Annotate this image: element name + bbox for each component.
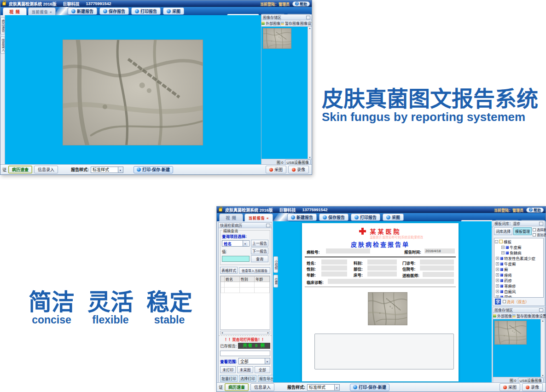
quick-case-search-button[interactable]: 病历速查 <box>225 383 249 391</box>
report-field-box[interactable] <box>321 265 347 271</box>
table-row[interactable] <box>221 288 270 293</box>
external-image-button[interactable]: 外部图像 <box>493 313 512 319</box>
horizontal-scrollbar[interactable] <box>220 331 270 334</box>
temp-image-button[interactable]: 暂存图像 <box>512 313 532 319</box>
tree-item[interactable]: 药疹 <box>495 277 543 283</box>
expand-icon[interactable] <box>496 279 499 282</box>
dropdown-arrow-icon[interactable] <box>243 241 248 246</box>
report-field-box[interactable] <box>420 265 454 271</box>
report-style-select[interactable]: 标准样式 <box>91 167 123 173</box>
report-field-box[interactable] <box>420 259 454 265</box>
table-row[interactable] <box>221 282 270 288</box>
import-to-report-button[interactable]: 信息导入当前报告 <box>239 267 270 274</box>
report-field-box[interactable] <box>321 259 347 265</box>
scrollbar[interactable] <box>308 27 312 159</box>
panel-collapse-icon[interactable] <box>306 16 310 19</box>
capture-button[interactable]: 采图 <box>163 7 184 15</box>
expand-icon[interactable] <box>496 262 499 265</box>
quick-case-search-button[interactable]: 病历速查 <box>8 166 32 173</box>
side-tab-position[interactable]: 位置 <box>273 275 278 288</box>
report-embedded-image[interactable] <box>368 292 407 325</box>
dropdown-arrow-icon[interactable] <box>118 167 123 173</box>
tree-item[interactable]: 荨麻疹 <box>495 283 543 288</box>
record-video-button[interactable]: 录像 <box>288 166 309 173</box>
filter-all-button[interactable]: 全部 <box>255 366 270 373</box>
external-image-button[interactable]: 外部图像 <box>261 20 281 26</box>
panel-collapse-icon[interactable] <box>539 222 543 225</box>
tree-item[interactable]: 牛皮癣 <box>495 244 543 250</box>
tree-item[interactable]: 痤疮 <box>495 272 543 277</box>
side-tab-info-entry[interactable]: 信息录入 <box>0 36 5 54</box>
select-print-button[interactable]: 选择打印 <box>239 375 256 382</box>
stored-image-thumbnail[interactable] <box>263 28 291 49</box>
side-tab-quick-search[interactable]: 病历速查 <box>0 17 5 35</box>
view-scope-select[interactable]: 全部 <box>238 358 270 364</box>
tree-item[interactable]: 湿疹 <box>495 294 543 298</box>
panel-collapse-icon[interactable] <box>539 308 543 312</box>
report-time-box[interactable]: 2016/4/18 <box>424 248 455 254</box>
report-field-box[interactable] <box>367 265 397 271</box>
append-insert-checkbox[interactable]: 追加选入 <box>533 232 546 237</box>
image-settings-button[interactable]: 图像设置 <box>532 313 546 319</box>
info-entry-button[interactable]: 信息录入 <box>250 383 274 391</box>
tree-root[interactable]: 模板 <box>495 239 543 244</box>
tab-current-report[interactable]: 当前报告 « <box>244 213 273 221</box>
tree-item[interactable]: 特发性色素减少症 <box>495 255 543 261</box>
tree-item[interactable]: 牛皮癣 <box>495 261 543 266</box>
save-report-button[interactable]: 保存报告 <box>99 7 129 15</box>
query-field-select[interactable]: 姓名 <box>222 240 250 247</box>
print-report-button[interactable]: 打印报告 <box>131 7 161 15</box>
print-report-button[interactable]: 打印报告 <box>351 213 380 221</box>
selector-checkbox[interactable]: 选择器 <box>533 227 546 232</box>
report-field-box[interactable] <box>328 279 454 284</box>
capture-button[interactable]: 采图 <box>383 213 404 221</box>
help-button[interactable]: 帮助 <box>526 208 544 213</box>
report-style-select[interactable]: 标准样式 <box>307 384 340 391</box>
report-field-box[interactable] <box>423 272 454 277</box>
report-field-box[interactable] <box>321 271 347 277</box>
help-button[interactable]: 帮助 <box>292 1 310 6</box>
capture-image-button[interactable]: 采图 <box>500 383 520 391</box>
tab-video[interactable]: 视 频 <box>3 7 27 15</box>
tree-item[interactable]: 鱼鳞病 <box>495 250 543 255</box>
expand-icon[interactable] <box>496 268 499 271</box>
new-report-button[interactable]: 新建报告 <box>68 7 97 15</box>
expand-icon[interactable] <box>496 284 499 288</box>
pick-word-checkbox[interactable]: 选词（双击） <box>503 299 529 304</box>
dropdown-arrow-icon[interactable] <box>265 358 270 364</box>
titlebar[interactable]: 皮肤真菌检测系统 2016版 巨聊科技 13775991542 当前登陆：管理员… <box>217 207 546 213</box>
expand-icon[interactable] <box>496 257 499 260</box>
expand-icon[interactable] <box>496 290 499 293</box>
report-field-box[interactable] <box>367 259 397 265</box>
new-report-button[interactable]: 新建报告 <box>287 213 317 221</box>
tree-item[interactable]: 白癜风 <box>495 288 543 294</box>
library-select-button[interactable]: 词库选择 <box>494 227 512 235</box>
expand-icon[interactable] <box>501 251 505 254</box>
save-report-button[interactable]: 保存报告 <box>319 213 349 221</box>
prev-report-button[interactable]: 上一报告 <box>251 240 268 247</box>
filter-unprinted-button[interactable]: 未打印 <box>220 366 236 373</box>
expand-icon[interactable] <box>501 246 505 249</box>
usb-device-image-button[interactable]: USB设备图像 <box>285 160 311 165</box>
expand-icon[interactable] <box>496 273 499 277</box>
print-save-new-button[interactable]: 打印-保存-新建 <box>134 166 173 173</box>
saved-report-input[interactable] <box>220 351 270 356</box>
dropdown-arrow-icon[interactable] <box>334 385 339 390</box>
info-entry-button[interactable]: 信息录入 <box>34 166 58 173</box>
panel-collapse-icon[interactable] <box>266 224 270 227</box>
filter-uncaptured-button[interactable]: 未采图 <box>237 366 253 373</box>
temp-image-button[interactable]: 暂存图像 <box>281 20 300 26</box>
scrollbar[interactable] <box>540 319 545 377</box>
capture-image-button[interactable]: 采图 <box>266 166 286 173</box>
char-insert-button[interactable]: 字 <box>495 299 501 305</box>
record-video-button[interactable]: 录像 <box>522 383 543 391</box>
query-value-input[interactable] <box>222 256 250 262</box>
report-field-box[interactable] <box>326 248 370 254</box>
report-field-box[interactable] <box>367 271 397 277</box>
print-save-new-button[interactable]: 打印-保存-新建 <box>350 384 389 391</box>
side-tab-mini-video[interactable]: 小视频 <box>273 256 278 273</box>
template-manage-button[interactable]: 模板管理 <box>513 227 532 235</box>
tab-video[interactable]: 视 频 <box>219 213 243 221</box>
stored-image-thumbnail[interactable] <box>494 321 527 345</box>
tab-current-report[interactable]: 当前报告 « <box>28 7 56 15</box>
